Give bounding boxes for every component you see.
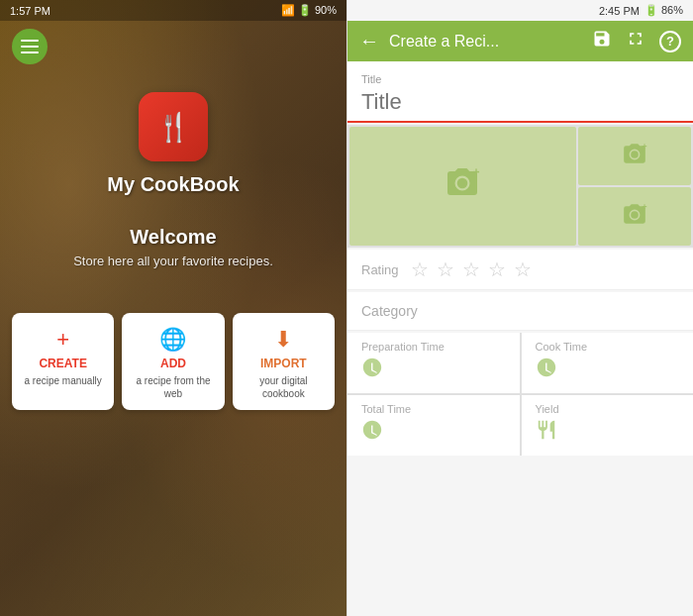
import-sublabel: your digital cookbook [239, 374, 329, 400]
prep-time-cell[interactable]: Preparation Time [347, 333, 520, 393]
prep-time-label: Preparation Time [361, 341, 506, 353]
prep-time-icon [361, 357, 506, 383]
status-icons-left: 📶 🔋 90% [281, 4, 337, 17]
star-1[interactable]: ☆ [411, 257, 429, 281]
photo-side-column: + + [578, 127, 691, 246]
total-time-cell[interactable]: Total Time [347, 395, 520, 456]
photo-thumb-1[interactable]: + [578, 127, 691, 185]
cook-time-icon [536, 357, 680, 383]
total-time-label: Total Time [361, 403, 506, 415]
status-battery-right: 🔋 86% [644, 4, 683, 17]
title-label: Title [361, 73, 381, 85]
create-icon: + [56, 327, 69, 353]
import-label: IMPORT [260, 357, 307, 370]
logo-container: 🍴 My CookBook [107, 92, 239, 196]
left-top-bar [0, 21, 346, 72]
welcome-subtitle: Store here all your favorite recipes. [73, 254, 273, 268]
nav-icons: ? [592, 29, 681, 53]
right-panel: 2:45 PM 🔋 86% ← Create a Reci... ? Title [346, 0, 693, 616]
camera-icon-main: + [445, 165, 480, 207]
category-placeholder: Category [361, 303, 418, 319]
svg-text:+: + [642, 202, 646, 212]
time-grid: Preparation Time Cook Time Total Time [347, 333, 693, 456]
create-card[interactable]: + CREATE a recipe manually [12, 313, 114, 410]
app-logo: 🍴 [139, 92, 208, 161]
top-navigation: ← Create a Reci... ? [347, 21, 693, 61]
back-button[interactable]: ← [359, 30, 379, 52]
hamburger-line-2 [21, 46, 39, 48]
total-time-icon [361, 419, 506, 446]
status-bar-left: 1:57 PM 📶 🔋 90% [0, 0, 346, 21]
photo-section: + + [347, 125, 693, 248]
photo-thumb-2[interactable]: + [578, 187, 691, 246]
app-title: My CookBook [107, 173, 239, 196]
svg-point-0 [457, 178, 468, 189]
hamburger-line-3 [21, 51, 39, 53]
title-input[interactable] [361, 87, 679, 121]
page-title: Create a Reci... [389, 33, 582, 51]
camera-icon-thumb1: + [622, 142, 647, 171]
welcome-heading: Welcome [73, 226, 273, 249]
cook-time-label: Cook Time [536, 341, 680, 353]
create-label: CREATE [39, 357, 86, 370]
rating-row: Rating ☆ ☆ ☆ ☆ ☆ [347, 250, 693, 290]
add-label: ADD [160, 357, 186, 370]
form-area: Title + [347, 61, 693, 616]
svg-text:+: + [642, 142, 646, 152]
title-field-container: Title [347, 61, 693, 123]
left-content: 🍴 My CookBook Welcome Store here all you… [0, 21, 346, 566]
help-icon[interactable]: ? [659, 31, 681, 52]
star-3[interactable]: ☆ [462, 257, 480, 281]
svg-text:+: + [473, 165, 480, 179]
yield-label: Yield [536, 403, 680, 415]
save-icon[interactable] [592, 29, 612, 53]
star-2[interactable]: ☆ [437, 257, 454, 281]
add-card[interactable]: 🌐 ADD a recipe from the web [122, 313, 224, 410]
add-sublabel: a recipe from the web [128, 374, 218, 400]
svg-point-4 [631, 211, 639, 219]
create-sublabel: a recipe manually [24, 374, 101, 387]
status-time-right: 2:45 PM [599, 5, 640, 17]
expand-icon[interactable] [626, 29, 645, 53]
left-panel: 1:57 PM 📶 🔋 90% 🍴 My CookBook Welcome St… [0, 0, 346, 616]
add-icon: 🌐 [159, 327, 186, 353]
svg-point-2 [631, 151, 639, 158]
main-photo-upload[interactable]: + [349, 127, 576, 246]
star-4[interactable]: ☆ [488, 257, 506, 281]
yield-icon [536, 419, 680, 446]
rating-label: Rating [361, 262, 399, 277]
welcome-section: Welcome Store here all your favorite rec… [53, 226, 293, 268]
status-time-left: 1:57 PM [10, 5, 50, 17]
camera-icon-thumb2: + [622, 202, 647, 232]
hamburger-line-1 [21, 40, 39, 42]
star-5[interactable]: ☆ [514, 257, 532, 281]
yield-cell[interactable]: Yield [522, 395, 694, 456]
hamburger-button[interactable] [12, 29, 48, 64]
action-cards: + CREATE a recipe manually 🌐 ADD a recip… [0, 298, 346, 425]
import-card[interactable]: ⬇ IMPORT your digital cookbook [233, 313, 335, 410]
status-bar-right: 2:45 PM 🔋 86% [347, 0, 693, 21]
import-icon: ⬇ [274, 327, 292, 353]
category-row[interactable]: Category [347, 292, 693, 331]
fork-knife-icon: 🍴 [156, 111, 191, 144]
cook-time-cell[interactable]: Cook Time [522, 333, 694, 393]
